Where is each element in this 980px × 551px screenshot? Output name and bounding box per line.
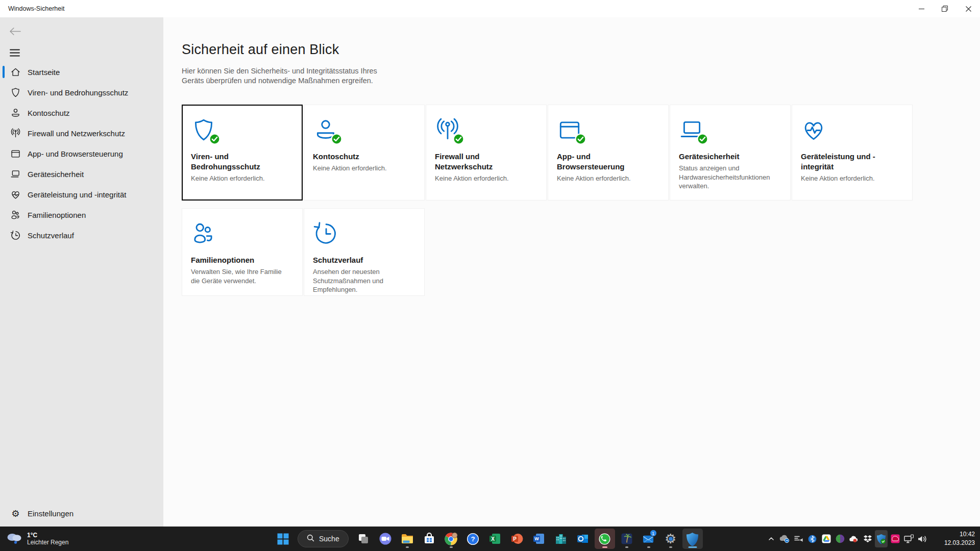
taskbar-mail-icon[interactable]: 1 bbox=[639, 529, 659, 549]
selected-indicator bbox=[3, 66, 5, 78]
taskbar-excel-icon[interactable]: X bbox=[485, 529, 505, 549]
running-indicator bbox=[602, 546, 607, 548]
weather-rain-icon bbox=[6, 531, 22, 547]
svg-text:⚙: ⚙ bbox=[11, 508, 19, 519]
taskbar-whatsapp-icon[interactable] bbox=[595, 529, 615, 549]
gear-icon: ⚙ bbox=[10, 508, 21, 519]
tile-kontoschutz[interactable]: KontoschutzKeine Aktion erforderlich. bbox=[304, 105, 425, 201]
sidebar-nav: StartseiteViren- und BedrohungsschutzKon… bbox=[0, 62, 163, 245]
tray-onedrive-icon[interactable] bbox=[778, 530, 791, 547]
tray-windows-defender-icon[interactable] bbox=[875, 530, 888, 547]
sidebar-item-label: Schutzverlauf bbox=[28, 231, 74, 240]
tile-title: App- und Browsersteuerung bbox=[557, 152, 660, 172]
tile-familienoptionen[interactable]: FamilienoptionenVerwalten Sie, wie Ihre … bbox=[182, 208, 303, 296]
minimize-button[interactable] bbox=[910, 0, 933, 17]
tile-firewall-und-netzwerkschutz[interactable]: Firewall und NetzwerkschutzKeine Aktion … bbox=[426, 105, 547, 201]
tray-google-drive-icon[interactable] bbox=[820, 530, 832, 547]
sidebar-item-einstellungen[interactable]: ⚙ Einstellungen bbox=[0, 503, 163, 523]
sidebar-item-label: Einstellungen bbox=[28, 509, 74, 518]
sidebar: StartseiteViren- und BedrohungsschutzKon… bbox=[0, 17, 163, 527]
tile-title: Familienoptionen bbox=[191, 255, 294, 265]
taskbar-task-view-icon[interactable] bbox=[353, 529, 374, 549]
sidebar-item-label: Viren- und Bedrohungsschutz bbox=[28, 88, 128, 97]
tile-status: Verwalten Sie, wie Ihre Familie die Gerä… bbox=[191, 267, 294, 285]
network-icon bbox=[435, 117, 461, 143]
running-indicator bbox=[669, 546, 672, 548]
taskbar-palm-tree-app-icon[interactable] bbox=[617, 529, 637, 549]
sidebar-item-schutzverlauf[interactable]: Schutzverlauf bbox=[0, 225, 163, 245]
tile-app-und-browsersteuerung[interactable]: App- und BrowsersteuerungKeine Aktion er… bbox=[548, 105, 669, 201]
taskbar-windows-security-icon[interactable] bbox=[682, 529, 703, 549]
main-content: Sicherheit auf einen Blick Hier können S… bbox=[163, 17, 980, 527]
sidebar-item-kontoschutz[interactable]: Kontoschutz bbox=[0, 103, 163, 123]
taskbar-clock[interactable]: 10:42 12.03.2023 bbox=[944, 530, 975, 547]
shield-icon bbox=[10, 87, 21, 98]
tray-volume-mixer-icon[interactable] bbox=[792, 530, 805, 547]
tray-mega-sync-icon[interactable] bbox=[889, 530, 901, 547]
tile-status: Ansehen der neuesten Schutzmaßnahmen und… bbox=[313, 267, 416, 294]
sidebar-item-geräteleistung-und-integrität[interactable]: Geräteleistung und -integrität bbox=[0, 184, 163, 205]
tile-title: Kontoschutz bbox=[313, 152, 416, 162]
svg-text:?: ? bbox=[471, 535, 475, 543]
hamburger-menu-button[interactable] bbox=[6, 45, 23, 60]
taskbar-word-icon[interactable]: W bbox=[529, 529, 549, 549]
search-label: Suche bbox=[319, 535, 339, 543]
taskbar-settings-icon[interactable]: ⚙ bbox=[660, 529, 681, 549]
svg-text:P: P bbox=[513, 536, 517, 542]
taskbar-get-help-icon[interactable]: ? bbox=[463, 529, 483, 549]
tile-gerätesicherheit[interactable]: GerätesicherheitStatus anzeigen und Hard… bbox=[670, 105, 791, 201]
tile-title: Firewall und Netzwerkschutz bbox=[435, 152, 538, 172]
taskbar: 1°C Leichter Regen Suche ?XPW1⚙ 10:42 12… bbox=[0, 527, 980, 551]
weather-widget[interactable]: 1°C Leichter Regen bbox=[6, 530, 68, 548]
restore-button[interactable] bbox=[933, 0, 957, 17]
tile-status: Keine Aktion erforderlich. bbox=[435, 174, 538, 183]
tray-bluetooth-icon[interactable] bbox=[806, 530, 819, 547]
tray-network-icon[interactable] bbox=[902, 530, 915, 547]
tray-volume-icon[interactable] bbox=[916, 530, 929, 547]
tile-viren-und-bedrohungsschutz[interactable]: Viren- und BedrohungsschutzKeine Aktion … bbox=[182, 105, 303, 201]
back-button[interactable] bbox=[6, 23, 23, 39]
sidebar-item-viren-und-bedrohungsschutz[interactable]: Viren- und Bedrohungsschutz bbox=[0, 82, 163, 103]
taskbar-outlook-icon[interactable] bbox=[573, 529, 593, 549]
history-icon bbox=[10, 230, 21, 241]
tray-dropbox-icon[interactable] bbox=[861, 530, 874, 547]
sidebar-item-label: Firewall und Netzwerkschutz bbox=[28, 129, 125, 138]
app-browser-icon bbox=[557, 117, 583, 143]
taskbar-powerpoint-icon[interactable]: P bbox=[507, 529, 527, 549]
tray-cloud-app-icon[interactable] bbox=[847, 530, 860, 547]
taskbar-teams-chat-icon[interactable] bbox=[375, 529, 396, 549]
close-button[interactable] bbox=[957, 0, 980, 17]
sidebar-item-app-und-browsersteuerung[interactable]: App- und Browsersteuerung bbox=[0, 143, 163, 164]
network-icon bbox=[10, 128, 21, 139]
tile-schutzverlauf[interactable]: SchutzverlaufAnsehen der neuesten Schutz… bbox=[304, 208, 425, 296]
taskbar-city-building-app-icon[interactable] bbox=[551, 529, 571, 549]
sidebar-item-firewall-und-netzwerkschutz[interactable]: Firewall und Netzwerkschutz bbox=[0, 123, 163, 143]
sidebar-item-familienoptionen[interactable]: Familienoptionen bbox=[0, 205, 163, 225]
weather-temperature: 1°C bbox=[27, 532, 68, 539]
svg-text:W: W bbox=[534, 536, 539, 541]
page-title: Sicherheit auf einen Blick bbox=[182, 42, 339, 58]
svg-text:X: X bbox=[491, 536, 495, 542]
health-icon bbox=[801, 117, 827, 143]
health-icon bbox=[10, 189, 21, 200]
start-button[interactable] bbox=[273, 529, 293, 549]
tile-geräteleistung-und-integrität[interactable]: Geräteleistung und - integritätKeine Akt… bbox=[792, 105, 913, 201]
person-icon bbox=[10, 107, 21, 118]
taskbar-microsoft-store-icon[interactable] bbox=[419, 529, 439, 549]
tile-status: Keine Aktion erforderlich. bbox=[801, 174, 904, 183]
check-badge-icon bbox=[575, 133, 586, 145]
family-icon bbox=[10, 209, 21, 220]
sidebar-item-label: Startseite bbox=[28, 68, 60, 77]
tray-hidden-icons-chevron-icon[interactable] bbox=[765, 530, 777, 547]
sidebar-item-gerätesicherheit[interactable]: Gerätesicherheit bbox=[0, 164, 163, 184]
taskbar-chrome-icon[interactable] bbox=[441, 529, 461, 549]
check-badge-icon bbox=[209, 133, 220, 145]
tray-globe-app-icon[interactable] bbox=[834, 530, 846, 547]
laptop-icon bbox=[679, 117, 705, 143]
tile-status: Keine Aktion erforderlich. bbox=[313, 164, 416, 173]
sidebar-item-startseite[interactable]: Startseite bbox=[0, 62, 163, 82]
search-icon bbox=[307, 534, 314, 544]
taskbar-file-explorer-icon[interactable] bbox=[397, 529, 418, 549]
notification-badge: 1 bbox=[650, 530, 657, 537]
search-box[interactable]: Suche bbox=[298, 530, 349, 547]
